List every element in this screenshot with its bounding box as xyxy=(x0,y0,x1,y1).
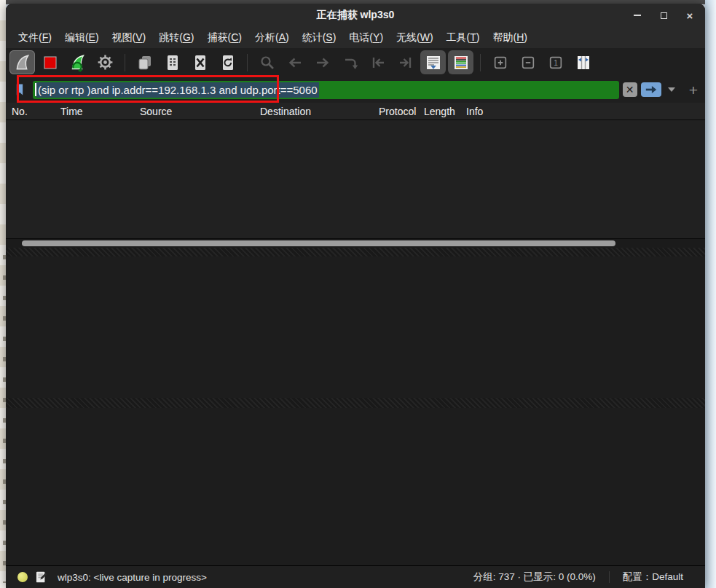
colorize-icon xyxy=(452,54,470,71)
close-file-button[interactable] xyxy=(187,50,213,74)
packet-bytes-pane[interactable] xyxy=(6,408,705,565)
column-header-source[interactable]: Source xyxy=(140,106,260,117)
toolbar-separator xyxy=(125,54,125,71)
menu-item-tools[interactable]: 工具(T) xyxy=(440,28,487,47)
column-header-no[interactable]: No. xyxy=(12,106,60,117)
packet-details-pane[interactable] xyxy=(6,256,705,398)
scrollbar-thumb[interactable] xyxy=(22,240,615,246)
menu-item-telephony[interactable]: 电话(Y) xyxy=(342,28,390,47)
find-packet-button xyxy=(254,50,280,74)
gear-icon xyxy=(96,53,114,71)
go-back-button xyxy=(282,50,307,74)
colorize-toggle-button[interactable] xyxy=(448,50,473,74)
window-controls: × xyxy=(632,4,695,27)
goto-icon xyxy=(342,54,359,71)
column-header-time[interactable]: Time xyxy=(60,106,140,117)
maximize-button[interactable] xyxy=(658,10,669,20)
find-icon xyxy=(259,54,276,71)
go-last-packet-button xyxy=(393,50,418,74)
open-file-button[interactable] xyxy=(132,50,157,74)
menu-item-wireless[interactable]: 无线(W) xyxy=(390,28,440,47)
wireshark-window: 正在捕获 wlp3s0 × 文件(F)编辑(E)视图(V)跳转(G)捕获(C)分… xyxy=(6,4,705,588)
packet-list-header: No.TimeSourceDestinationProtocolLengthIn… xyxy=(6,103,705,120)
reload-file-button[interactable] xyxy=(215,50,240,74)
fin-restart-icon xyxy=(68,53,87,72)
filter-bookmark-button[interactable] xyxy=(10,80,29,99)
filter-input[interactable]: (sip or rtp )and ip.addr==192.168.1.3 an… xyxy=(33,81,619,99)
column-header-info[interactable]: Info xyxy=(466,106,705,117)
menu-item-capture[interactable]: 捕获(C) xyxy=(201,28,248,47)
profile-text[interactable]: 配置：Default xyxy=(623,571,683,584)
capture-status-text: wlp3s0: <live capture in progress> xyxy=(58,572,207,583)
horizontal-scrollbar[interactable] xyxy=(6,239,705,248)
arrow-right-icon xyxy=(314,54,331,71)
go-to-packet-button xyxy=(337,50,363,74)
main-toolbar: 1 xyxy=(6,48,705,77)
pane-splitter-1[interactable] xyxy=(6,248,705,256)
packet-count-text: 分组: 737 · 已显示: 0 (0.0%) xyxy=(473,571,596,584)
close-doc-icon xyxy=(192,54,209,71)
menu-item-statistics[interactable]: 统计(S) xyxy=(296,28,343,47)
filter-dropdown-caret[interactable] xyxy=(668,87,675,92)
zoom-orig-icon: 1 xyxy=(548,55,564,71)
minimize-icon xyxy=(634,15,641,16)
filter-clear-button[interactable]: ✕ xyxy=(623,82,637,97)
desktop-background-left xyxy=(0,0,6,588)
resize-cols-icon xyxy=(575,54,592,71)
close-icon: × xyxy=(687,10,693,21)
column-header-protocol[interactable]: Protocol xyxy=(379,106,424,117)
go-first-packet-button xyxy=(365,50,390,74)
capture-options-button[interactable] xyxy=(93,50,118,74)
filter-bar: (sip or rtp )and ip.addr==192.168.1.3 an… xyxy=(6,77,705,103)
close-button[interactable]: × xyxy=(685,10,695,20)
desktop-background-right xyxy=(705,0,716,588)
last-icon xyxy=(397,54,414,71)
expert-info-button[interactable] xyxy=(17,572,28,582)
stop-icon xyxy=(42,54,59,71)
filter-text: (sip or rtp )and ip.addr==192.168.1.3 an… xyxy=(36,82,319,98)
autoscroll-icon xyxy=(425,54,442,71)
start-capture-button[interactable] xyxy=(9,50,35,74)
menu-item-view[interactable]: 视图(V) xyxy=(106,28,153,47)
zoom-out-button[interactable] xyxy=(515,50,540,74)
status-separator xyxy=(609,571,610,583)
apply-arrow-icon xyxy=(645,85,658,95)
restart-capture-button[interactable] xyxy=(65,50,90,74)
zoom-normal-button[interactable]: 1 xyxy=(543,50,568,74)
capture-comment-icon[interactable] xyxy=(35,571,47,584)
window-title: 正在捕获 wlp3s0 xyxy=(317,9,395,22)
menu-item-help[interactable]: 帮助(H) xyxy=(487,28,534,47)
packet-list-pane[interactable] xyxy=(6,120,705,239)
pane-splitter-2[interactable] xyxy=(6,398,705,408)
reload-doc-icon xyxy=(219,54,237,71)
stop-capture-button[interactable] xyxy=(37,50,63,74)
svg-text:1: 1 xyxy=(554,59,558,67)
menu-item-edit[interactable]: 编辑(E) xyxy=(58,28,106,47)
menu-item-analyze[interactable]: 分析(A) xyxy=(248,28,296,47)
resize-columns-button[interactable] xyxy=(570,50,596,74)
menu-bar: 文件(F)编辑(E)视图(V)跳转(G)捕获(C)分析(A)统计(S)电话(Y)… xyxy=(6,27,705,48)
status-bar: wlp3s0: <live capture in progress> 分组: 7… xyxy=(6,565,705,588)
maximize-icon xyxy=(661,12,667,19)
save-icon xyxy=(164,54,181,71)
open-icon xyxy=(136,54,154,71)
fin-icon xyxy=(13,53,32,72)
go-forward-button xyxy=(310,50,335,74)
filter-apply-button[interactable] xyxy=(641,82,661,97)
bookmark-icon xyxy=(12,82,27,97)
clear-x-icon: ✕ xyxy=(626,84,634,95)
minimize-button[interactable] xyxy=(632,10,642,20)
arrow-left-icon xyxy=(286,54,304,71)
zoom-in-button[interactable] xyxy=(487,50,513,74)
filter-add-button[interactable]: + xyxy=(689,82,698,98)
zoom-out-icon xyxy=(520,55,536,71)
toolbar-separator xyxy=(247,54,248,71)
save-file-button[interactable] xyxy=(160,50,185,74)
menu-item-file[interactable]: 文件(F) xyxy=(12,28,58,47)
auto-scroll-toggle-button[interactable] xyxy=(420,50,446,74)
first-icon xyxy=(369,54,387,71)
column-header-destination[interactable]: Destination xyxy=(260,106,379,117)
column-header-length[interactable]: Length xyxy=(424,106,466,117)
title-bar[interactable]: 正在捕获 wlp3s0 × xyxy=(6,4,705,27)
menu-item-go[interactable]: 跳转(G) xyxy=(152,28,200,47)
